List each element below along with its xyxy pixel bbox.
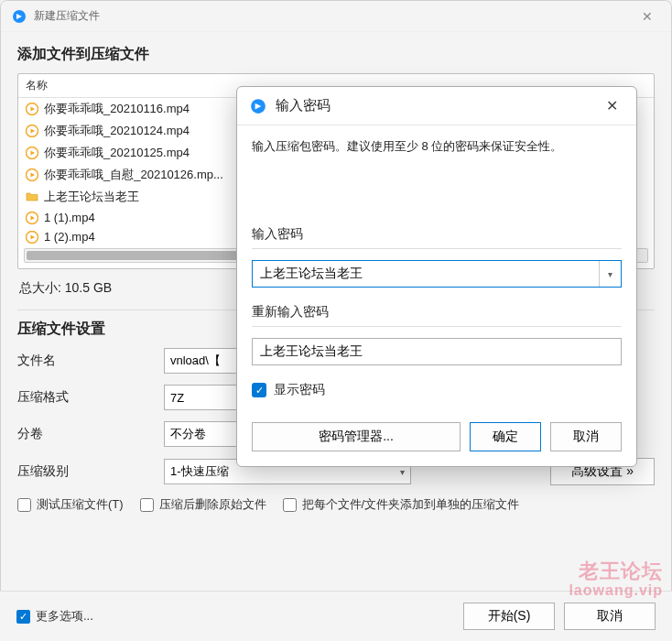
start-button[interactable]: 开始(S) xyxy=(463,603,555,630)
more-options-toggle[interactable]: ✓ 更多选项... xyxy=(16,608,93,625)
more-options-label: 更多选项... xyxy=(36,608,93,625)
app-icon xyxy=(250,98,266,114)
checkbox-icon[interactable] xyxy=(283,498,297,512)
password-label: 输入密码 xyxy=(252,226,622,243)
folder-icon xyxy=(26,190,38,203)
check-label: 压缩后删除原始文件 xyxy=(159,496,266,513)
file-name: 上老王论坛当老王 xyxy=(44,189,139,205)
video-icon xyxy=(26,231,38,244)
video-icon xyxy=(26,103,38,115)
video-icon xyxy=(26,212,38,224)
file-name: 你要乖乖哦_自慰_20210126.mp... xyxy=(44,167,223,183)
ok-button[interactable]: 确定 xyxy=(470,422,541,451)
separate-archives-checkbox[interactable]: 把每个文件/文件夹添加到单独的压缩文件 xyxy=(283,496,520,513)
modal-title: 输入密码 xyxy=(276,97,331,114)
footer: ✓ 更多选项... 开始(S) 取消 xyxy=(0,591,672,641)
checkbox-icon[interactable] xyxy=(17,498,31,512)
check-label: 测试压缩文件(T) xyxy=(37,496,124,513)
file-name: 你要乖乖哦_20210124.mp4 xyxy=(44,123,190,139)
test-archive-checkbox[interactable]: 测试压缩文件(T) xyxy=(17,496,124,513)
password-input[interactable] xyxy=(253,261,599,287)
reenter-password-label: 重新输入密码 xyxy=(252,304,622,320)
window-title: 新建压缩文件 xyxy=(34,8,100,24)
password-dialog: 输入密码 ✕ 输入压缩包密码。建议使用至少 8 位的密码来保证安全性。 输入密码… xyxy=(236,86,637,467)
password-manager-button[interactable]: 密码管理器... xyxy=(252,422,461,451)
video-icon xyxy=(26,125,38,137)
file-name: 你要乖乖哦_20210116.mp4 xyxy=(44,101,190,117)
modal-close-button[interactable]: ✕ xyxy=(601,95,623,116)
level-label: 压缩级别 xyxy=(17,463,164,480)
file-name: 你要乖乖哦_20210125.mp4 xyxy=(44,145,190,161)
check-label: 把每个文件/文件夹添加到单独的压缩文件 xyxy=(302,496,520,513)
cancel-button[interactable]: 取消 xyxy=(564,603,656,630)
checkbox-icon[interactable] xyxy=(140,498,154,512)
app-icon xyxy=(12,9,27,24)
video-icon xyxy=(26,168,38,181)
split-value: 不分卷 xyxy=(170,426,206,442)
split-label: 分卷 xyxy=(17,426,164,442)
format-label: 压缩格式 xyxy=(17,389,164,406)
divider xyxy=(252,326,622,327)
level-value: 1-快速压缩 xyxy=(170,463,229,480)
password-combobox[interactable]: ▾ xyxy=(252,260,622,288)
delete-after-checkbox[interactable]: 压缩后删除原始文件 xyxy=(140,496,266,513)
format-value: 7Z xyxy=(170,391,184,405)
password-dropdown-button[interactable]: ▾ xyxy=(599,261,621,287)
divider xyxy=(252,248,622,249)
reenter-password-input[interactable] xyxy=(252,338,622,365)
chevron-down-icon: ▾ xyxy=(608,269,612,279)
chevron-down-icon: ▾ xyxy=(400,467,405,477)
checkbox-checked-icon: ✓ xyxy=(16,610,30,624)
filename-label: 文件名 xyxy=(17,353,164,369)
video-icon xyxy=(26,147,38,159)
checkbox-checked-icon: ✓ xyxy=(252,383,266,397)
show-password-checkbox[interactable]: ✓ 显示密码 xyxy=(252,382,622,398)
modal-description: 输入压缩包密码。建议使用至少 8 位的密码来保证安全性。 xyxy=(252,138,622,155)
add-files-heading: 添加文件到压缩文件 xyxy=(17,45,655,64)
modal-cancel-button[interactable]: 取消 xyxy=(550,422,622,451)
file-name: 1 (2).mp4 xyxy=(44,230,95,244)
modal-titlebar: 输入密码 ✕ xyxy=(237,87,636,125)
titlebar: 新建压缩文件 ✕ xyxy=(1,1,671,32)
window-close-button[interactable]: ✕ xyxy=(634,7,660,26)
show-password-label: 显示密码 xyxy=(274,382,325,398)
file-name: 1 (1).mp4 xyxy=(44,211,95,224)
